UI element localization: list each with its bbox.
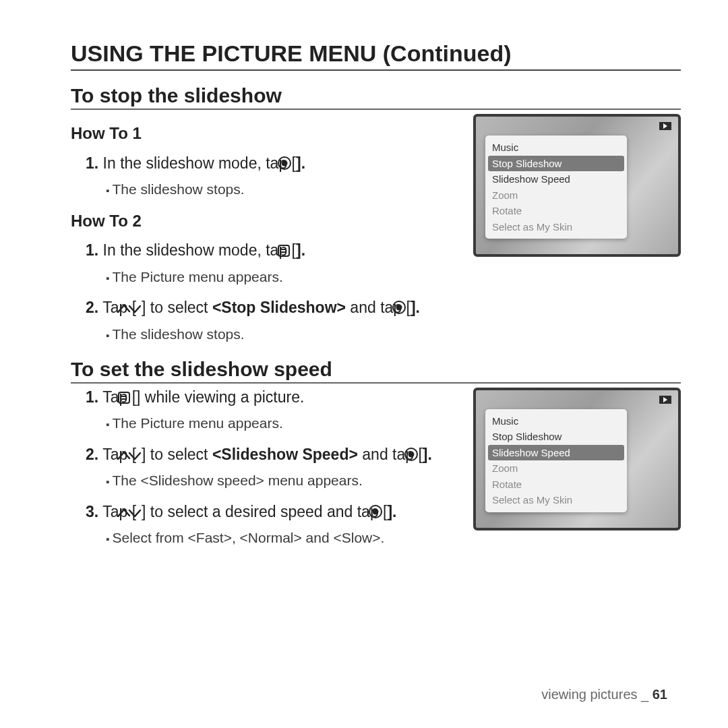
menu-item: Rotate	[485, 203, 627, 219]
svg-point-1	[281, 160, 287, 166]
howto2-step2: 2. Tap [] to select <Stop Slideshow> and…	[71, 297, 681, 321]
speed-step2: 2. Tap [] to select <Slideshow Speed> an…	[71, 444, 461, 468]
svg-rect-2	[278, 245, 289, 256]
menu-item: Rotate	[485, 477, 627, 493]
play-icon	[659, 122, 671, 130]
updown-icon	[136, 446, 142, 468]
menu-item: Stop Slideshow	[485, 429, 627, 445]
picture-menu-1: Music Stop Slideshow Slideshow Speed Zoo…	[485, 135, 627, 239]
page-footer: viewing pictures _ 61	[541, 687, 667, 702]
howto2-sub1: The Picture menu appears.	[71, 267, 461, 287]
play-icon	[659, 396, 671, 404]
section-heading-speed: To set the slideshow speed	[71, 358, 681, 384]
svg-point-11	[408, 451, 414, 457]
speed-sub3: Select from <Fast>, <Normal> and <Slow>.	[71, 528, 461, 548]
howto2-label: How To 2	[71, 210, 461, 233]
updown-icon	[136, 299, 142, 321]
menu-item-selected: Stop Slideshow	[488, 156, 624, 172]
svg-point-13	[373, 508, 379, 514]
howto1-label: How To 1	[71, 122, 461, 146]
svg-point-6	[396, 305, 402, 311]
menu-item: Select as My Skin	[485, 219, 627, 235]
howto1-sub: The slideshow stops.	[71, 179, 461, 200]
howto1-step1: 1. In the slideshow mode, tap [].	[71, 152, 461, 177]
menu-item-selected: Slideshow Speed	[488, 445, 624, 461]
howto2-sub2: The slideshow stops.	[71, 324, 681, 344]
device-screenshot-1: Music Stop Slideshow Slideshow Speed Zoo…	[473, 114, 681, 257]
section-heading-stop: To stop the slideshow	[71, 84, 681, 110]
menu-item: Slideshow Speed	[485, 171, 627, 187]
speed-sub1: The Picture menu appears.	[71, 413, 461, 433]
updown-icon	[136, 503, 142, 525]
menu-item: Zoom	[485, 187, 627, 204]
picture-menu-2: Music Stop Slideshow Slideshow Speed Zoo…	[485, 409, 627, 512]
menu-item: Music	[485, 140, 627, 156]
menu-item: Select as My Skin	[485, 492, 627, 508]
device-screenshot-2: Music Stop Slideshow Slideshow Speed Zoo…	[473, 388, 681, 530]
svg-rect-7	[119, 392, 129, 403]
speed-sub2: The <Slideshow speed> menu appears.	[71, 471, 461, 491]
menu-item: Zoom	[485, 460, 627, 477]
page-title: USING THE PICTURE MENU (Continued)	[71, 40, 681, 71]
howto2-step1: 1. In the slideshow mode, tap [].	[71, 239, 461, 264]
speed-step1: 1. Tap [] while viewing a picture.	[71, 386, 461, 411]
speed-step3: 3. Tap [] to select a desired speed and …	[71, 501, 461, 525]
menu-item: Music	[485, 413, 627, 429]
